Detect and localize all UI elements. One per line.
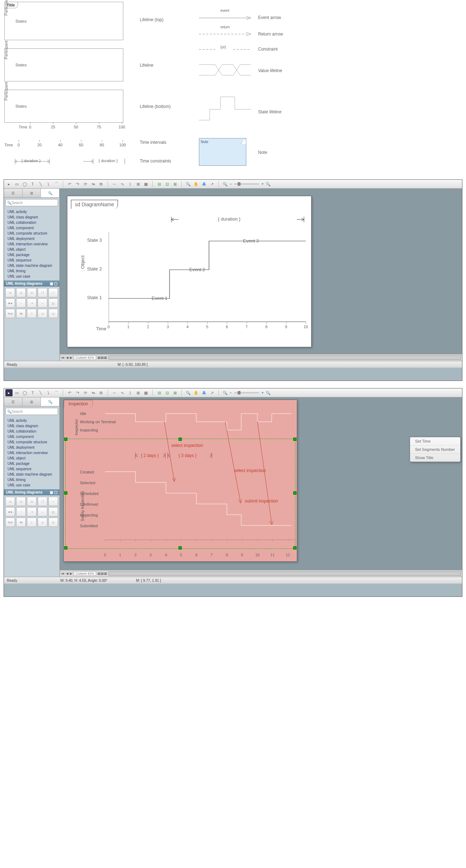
lib-item[interactable]: UML object: [4, 247, 60, 252]
copy-icon[interactable]: ⧉: [98, 180, 105, 188]
canvas-page[interactable]: sd DiagramName { duration } : Object Sta…: [67, 196, 312, 347]
search-input[interactable]: 🔍 Search: [5, 199, 58, 206]
lib-item[interactable]: UML package: [4, 461, 60, 466]
ellipse-tool-icon[interactable]: ◯: [21, 389, 28, 396]
curve-icon[interactable]: ∿: [119, 180, 126, 188]
flip-icon[interactable]: ⇋: [90, 389, 97, 396]
stencil-item[interactable]: ⇢: [27, 298, 37, 308]
stencil-item[interactable]: ⋈: [16, 309, 26, 318]
sidebar-tab-search[interactable]: 🔍: [41, 189, 60, 197]
zoom-fit-icon[interactable]: 🔍: [265, 389, 272, 396]
collapse-icon[interactable]: ▣ ▢: [50, 490, 57, 494]
lib-item[interactable]: UML object: [4, 456, 60, 461]
align-icon[interactable]: ⊟: [156, 180, 163, 188]
ctx-show-title[interactable]: Show Title: [410, 454, 460, 462]
stencil-item[interactable]: ▱: [38, 309, 47, 318]
lib-item[interactable]: UML sequence: [4, 466, 60, 472]
lib-item[interactable]: UML collaboration: [4, 220, 60, 225]
rect-tool-icon[interactable]: ▭: [13, 180, 20, 188]
zoom-readout[interactable]: Custom 91%: [74, 571, 96, 576]
view-modes-icon[interactable]: ▦▦▦: [98, 572, 107, 575]
grid-icon[interactable]: ▦: [142, 389, 149, 396]
stencil-item[interactable]: ┊┊: [38, 497, 47, 506]
lib-item[interactable]: UML package: [4, 252, 60, 258]
sidebar-tab-2[interactable]: ⊞: [23, 397, 41, 406]
lib-item[interactable]: UML use case: [4, 482, 60, 488]
library-header[interactable]: UML timing diagrams▣ ▢: [4, 489, 60, 495]
line-style-icon[interactable]: ─: [111, 180, 118, 188]
arc-tool-icon[interactable]: ⌒: [53, 389, 60, 396]
stencil-item[interactable]: ▭: [5, 497, 15, 506]
plus-icon[interactable]: +: [261, 181, 264, 187]
pointer-tool-icon[interactable]: ▸: [5, 180, 13, 188]
lib-item[interactable]: UML use case: [4, 274, 60, 279]
line-tool-icon[interactable]: ╲: [37, 180, 44, 188]
lib-item[interactable]: UML timing: [4, 268, 60, 274]
undo-icon[interactable]: ↶: [66, 180, 73, 188]
page-nav-icon[interactable]: ▶: [70, 356, 72, 359]
text-tool-icon[interactable]: T: [29, 389, 36, 396]
distribute-icon[interactable]: ⊡: [163, 389, 171, 396]
stencil-item[interactable]: ⇢: [27, 507, 37, 516]
minus-icon[interactable]: −: [229, 181, 232, 187]
selection-handle[interactable]: [64, 546, 67, 549]
page-nav-icon[interactable]: ⏮: [61, 572, 65, 575]
selection-handle[interactable]: [179, 546, 182, 549]
align-icon[interactable]: ⊟: [156, 389, 163, 396]
lib-item[interactable]: UML activity: [4, 418, 60, 423]
snap-icon[interactable]: ⊞: [134, 389, 142, 396]
lib-item[interactable]: UML state machine diagram: [4, 472, 60, 477]
arc-tool-icon[interactable]: ⌒: [53, 180, 60, 188]
stencil-item[interactable]: ⎍: [27, 518, 37, 527]
connector-tool-icon[interactable]: ⤵: [45, 180, 52, 188]
redo-icon[interactable]: ↷: [74, 180, 81, 188]
stencil-item[interactable]: ▭: [48, 518, 58, 527]
zoom-out-icon[interactable]: 🔍: [222, 389, 229, 396]
search-input[interactable]: 🔍 Search: [5, 408, 58, 415]
h-scrollbar[interactable]: [109, 355, 461, 360]
stencil-item[interactable]: --: [38, 298, 47, 308]
stencil-item[interactable]: ◄►: [5, 507, 15, 516]
view-modes-icon[interactable]: ▦▦▦: [98, 356, 107, 359]
selection-handle[interactable]: [64, 491, 67, 495]
zoom-in-icon[interactable]: 🔍: [185, 180, 192, 188]
ellipse-tool-icon[interactable]: ◯: [21, 180, 28, 188]
stencil-item[interactable]: ▭: [16, 497, 26, 506]
selection-handle[interactable]: [64, 438, 67, 441]
pan-icon[interactable]: ✋: [192, 389, 200, 396]
selection-handle[interactable]: [179, 438, 182, 441]
redo-icon[interactable]: ↷: [74, 389, 81, 396]
rect-tool-icon[interactable]: ▭: [13, 389, 20, 396]
group-icon[interactable]: ⊞: [171, 389, 179, 396]
curve-icon[interactable]: ∿: [119, 389, 126, 396]
canvas-area[interactable]: sd DiagramName { duration } : Object Sta…: [60, 189, 462, 361]
sidebar-tab-1[interactable]: ☰: [4, 397, 23, 406]
distribute-icon[interactable]: ⊡: [163, 180, 171, 188]
lib-item[interactable]: UML collaboration: [4, 429, 60, 434]
lib-item[interactable]: UML timing: [4, 477, 60, 482]
library-header[interactable]: UML timing diagrams▣ ▢: [4, 280, 60, 287]
lib-item[interactable]: UML sequence: [4, 258, 60, 263]
stencil-item[interactable]: ▭: [27, 497, 37, 506]
lib-item[interactable]: UML component: [4, 225, 60, 231]
canvas-area[interactable]: Inspection Inspector Idle Working on Ter…: [60, 397, 462, 577]
page-nav-icon[interactable]: ⏮: [61, 356, 65, 359]
stencil-item[interactable]: --: [38, 507, 47, 516]
stencil-item[interactable]: ▱: [38, 518, 47, 527]
zoom-slider[interactable]: [234, 183, 259, 185]
group-icon[interactable]: ⊞: [171, 180, 179, 188]
stencil-item[interactable]: {·}: [48, 507, 58, 516]
lib-item[interactable]: UML composite structure: [4, 439, 60, 445]
lib-item[interactable]: UML deployment: [4, 236, 60, 241]
stencil-text-item[interactable]: Text: [5, 309, 15, 318]
ctx-set-segments[interactable]: Set Segments Number: [410, 445, 460, 454]
page-nav-icon[interactable]: ▶: [70, 572, 72, 575]
rotate-icon[interactable]: ⟳: [82, 180, 89, 188]
lib-item[interactable]: UML component: [4, 434, 60, 439]
sidebar-tab-1[interactable]: ☰: [4, 189, 23, 197]
stencil-item[interactable]: ▭: [5, 288, 15, 297]
copy-icon[interactable]: ⧉: [98, 389, 105, 396]
canvas-page[interactable]: Inspection Inspector Idle Working on Ter…: [63, 400, 297, 562]
page-nav-icon[interactable]: ◀: [66, 572, 68, 575]
stencil-item[interactable]: →: [16, 298, 26, 308]
